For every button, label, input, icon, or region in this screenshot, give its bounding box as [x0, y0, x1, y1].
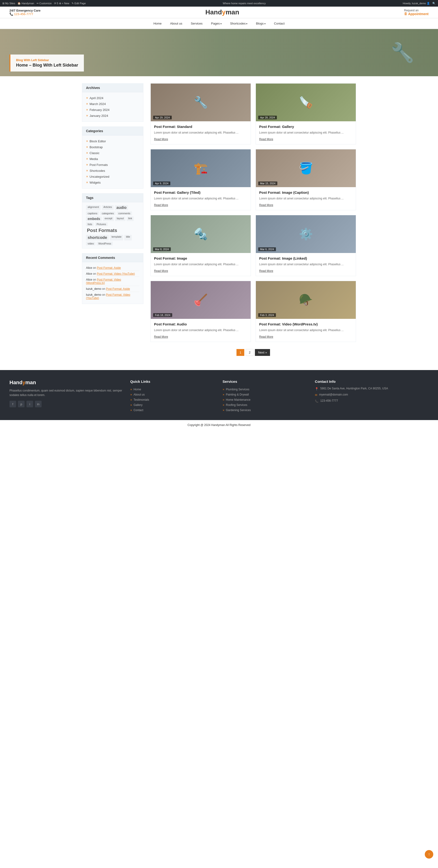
footer-link-about[interactable]: About us [130, 392, 215, 397]
admin-bar-handyman[interactable]: 🏠 Handyman [18, 2, 34, 5]
social-instagram[interactable]: i [26, 401, 33, 407]
social-facebook[interactable]: f [9, 401, 16, 407]
read-more-6[interactable]: Read More [259, 269, 273, 273]
service-roofing[interactable]: Roofing Services [223, 402, 308, 408]
category-item[interactable]: Classic [86, 150, 139, 156]
tag-alignment[interactable]: alignment [86, 205, 100, 210]
tag-shortcode[interactable]: shortcode [86, 235, 109, 241]
post-date-2: Apr 28, 2024 [258, 116, 277, 119]
category-item[interactable]: Post Formats [86, 162, 139, 168]
services-list: Plumbing Services Painting & Drywall Hom… [223, 387, 308, 413]
tag-lists[interactable]: lists [86, 222, 94, 226]
tag-categories[interactable]: categories [100, 212, 116, 215]
tag-link[interactable]: link [127, 216, 134, 221]
post-image-8[interactable]: 🪖 Feb 3, 2024 [256, 281, 356, 319]
contact-email[interactable]: ✉ myemail@domain.com [315, 393, 429, 397]
nav-blogs[interactable]: Blogs [252, 19, 269, 29]
tag-video[interactable]: video [86, 242, 95, 245]
post-image-2[interactable]: 🪚 Apr 28, 2024 [256, 84, 356, 121]
archive-item[interactable]: February 2024 [86, 107, 139, 113]
post-date-4: Mar 15, 2024 [258, 182, 278, 185]
category-item[interactable]: Block Editor [86, 138, 139, 144]
next-page-btn[interactable]: Next » [255, 349, 270, 356]
tag-template[interactable]: template [110, 235, 123, 241]
tag-articles[interactable]: Articles [102, 205, 114, 210]
post-title-1[interactable]: Post Format: Standard [154, 125, 247, 129]
appointment-link[interactable]: 🗓 Appointment [404, 12, 429, 16]
footer-link-home[interactable]: Home [130, 387, 215, 392]
admin-user[interactable]: Howdy, luzuk_demo 👤 [403, 2, 430, 5]
nav-contact[interactable]: Contact [270, 19, 289, 29]
category-item[interactable]: Media [86, 156, 139, 162]
tag-wordpress[interactable]: WordPress [97, 242, 113, 245]
post-date-1: Apr 29, 2024 [153, 116, 172, 119]
archive-item[interactable]: March 2024 [86, 101, 139, 107]
footer-link-testimonials[interactable]: Testimonials [130, 397, 215, 402]
read-more-3[interactable]: Read More [154, 204, 168, 207]
read-more-4[interactable]: Read More [259, 204, 273, 207]
post-title-2[interactable]: Post Format: Gallery [259, 125, 352, 129]
nav-shortcodes[interactable]: Shortcodes [226, 19, 252, 29]
read-more-5[interactable]: Read More [154, 269, 168, 273]
contact-phone[interactable]: 📞 123-456-7777 [315, 399, 429, 403]
read-more-1[interactable]: Read More [154, 137, 168, 141]
service-plumbing[interactable]: Plumbing Services [223, 387, 308, 392]
category-item[interactable]: Widgets [86, 180, 139, 185]
post-title-3[interactable]: Post Format: Gallery (Tiled) [154, 190, 247, 194]
post-title-4[interactable]: Post Format: Image (Caption) [259, 190, 352, 194]
archive-item[interactable]: January 2024 [86, 113, 139, 119]
post-card-5: 🔩 Mar 8, 2024 Post Format: Image Lorem i… [150, 215, 251, 276]
nav-home[interactable]: Home [149, 19, 166, 29]
post-image-5[interactable]: 🔩 Mar 8, 2024 [151, 215, 251, 253]
post-title-6[interactable]: Post Format: Image (Linked) [259, 256, 352, 260]
tag-except[interactable]: except [103, 216, 114, 221]
read-more-8[interactable]: Read More [259, 335, 273, 338]
service-painting[interactable]: Painting & Drywall [223, 392, 308, 397]
post-body-8: Post Format: Video (WordPress.tv) Lorem … [256, 319, 356, 342]
tag-comments[interactable]: comments [117, 212, 132, 215]
post-image-7[interactable]: 🪠 Feb 18, 2024 [151, 281, 251, 319]
category-item[interactable]: Bootstrap [86, 144, 139, 150]
category-item[interactable]: Uncategorized [86, 174, 139, 180]
nav-pages[interactable]: Pages [207, 19, 226, 29]
tag-layout[interactable]: layout [115, 216, 125, 221]
archives-widget: Archives April 2024 March 2024 February … [82, 83, 143, 122]
post-title-8[interactable]: Post Format: Video (WordPress.tv) [259, 322, 352, 326]
admin-bar-customize[interactable]: ✏ Customize [37, 2, 52, 5]
admin-bar-mysites[interactable]: ⊞ My Sites [2, 2, 15, 5]
service-maintenance[interactable]: Home Maintenance [223, 397, 308, 402]
tag-post-formats[interactable]: Post Formats [86, 227, 118, 234]
post-card-1: 🔧 Apr 29, 2024 Post Format: Standard Lor… [150, 83, 251, 145]
nav-about[interactable]: About us [166, 19, 186, 29]
footer-link-gallery[interactable]: Gallery [130, 402, 215, 408]
post-image-4[interactable]: 🪣 Mar 15, 2024 [256, 149, 356, 187]
tag-embeds[interactable]: embeds [86, 216, 102, 221]
admin-bar-edit-page[interactable]: ✎ Edit Page [71, 2, 86, 5]
post-image-1[interactable]: 🔧 Apr 29, 2024 [151, 84, 251, 121]
post-image-6[interactable]: ⚙️ Mar 6, 2024 [256, 215, 356, 253]
page-btn-2[interactable]: 2 [246, 349, 254, 356]
tag-audio[interactable]: audio [115, 205, 128, 210]
category-item[interactable]: Shortcodes [86, 168, 139, 174]
post-excerpt-7: Lorem ipsum dolor sit amet consectetur a… [154, 328, 247, 332]
tag-captions[interactable]: captions [86, 212, 99, 215]
site-logo[interactable]: Handyman [205, 8, 239, 16]
read-more-2[interactable]: Read More [259, 137, 273, 141]
emergency-phone[interactable]: 📞 123-456-7777 [9, 12, 41, 16]
post-title-7[interactable]: Post Format: Audio [154, 322, 247, 326]
social-pinterest[interactable]: p [18, 401, 25, 407]
nav-services[interactable]: Services [186, 19, 207, 29]
tag-title[interactable]: title [124, 235, 132, 241]
post-image-3[interactable]: 🏗️ Apr 9, 2024 [151, 149, 251, 187]
post-body-3: Post Format: Gallery (Tiled) Lorem ipsum… [151, 187, 251, 210]
comment-item: luzuk_demo on Post Format: Aside [86, 286, 139, 292]
footer-link-contact[interactable]: Contact [130, 408, 215, 413]
admin-search-icon[interactable]: 🔍 [432, 2, 436, 5]
social-linkedin[interactable]: in [35, 401, 41, 407]
archive-item[interactable]: April 2024 [86, 95, 139, 101]
page-btn-1[interactable]: 1 [236, 349, 244, 356]
read-more-7[interactable]: Read More [154, 335, 168, 338]
service-gardening[interactable]: Gardening Services [223, 408, 308, 413]
tag-pictures[interactable]: Pictures [95, 222, 108, 226]
post-title-5[interactable]: Post Format: Image [154, 256, 247, 260]
